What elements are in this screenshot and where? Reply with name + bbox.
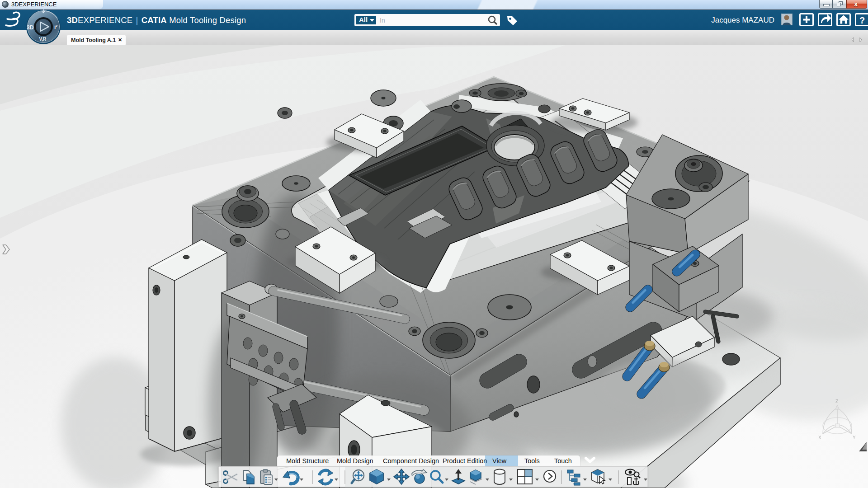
svg-text:Z: Z [835, 399, 838, 404]
svg-text:X: X [818, 435, 821, 440]
svg-text:i²: i² [54, 24, 57, 30]
svg-text:Y: Y [853, 435, 856, 440]
svg-text:?: ? [859, 15, 865, 25]
svg-text:V,R: V,R [39, 37, 47, 42]
svg-text:3D: 3D [27, 24, 34, 31]
